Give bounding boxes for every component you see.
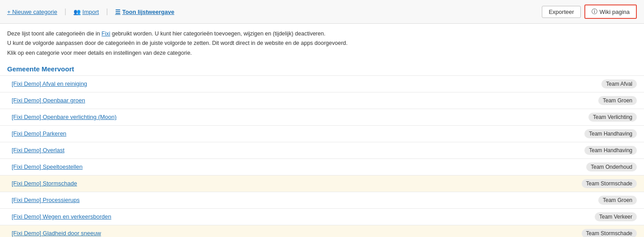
team-badge: Team Handhaving <box>584 146 637 155</box>
export-button[interactable]: Exporteer <box>542 6 580 18</box>
import-icon: 👥 <box>73 9 81 15</box>
row-left: [Fixi Demo] Afval en reiniging <box>7 80 87 88</box>
new-category-link[interactable]: + Nieuwe categorie <box>7 9 57 15</box>
list-icon: ☰ <box>115 9 121 15</box>
row-left: [Fixi Demo] Processierups <box>7 197 80 204</box>
import-link[interactable]: 👥 Import <box>73 9 99 15</box>
category-name[interactable]: [Fixi Demo] Wegen en verkeersborden <box>12 213 111 220</box>
category-name[interactable]: [Fixi Demo] Gladheid door sneeuw <box>12 230 101 237</box>
table-row[interactable]: [Fixi Demo] Gladheid door sneeuwTeam Sto… <box>0 225 644 237</box>
team-badge: Team Stormschade <box>582 229 637 237</box>
row-left: [Fixi Demo] Openbaar groen <box>7 97 85 104</box>
table-row[interactable]: [Fixi Demo] ParkerenTeam Handhaving <box>0 125 644 142</box>
info-line-2: U kunt de volgorde aanpassen door de cat… <box>7 39 637 48</box>
fixi-link[interactable]: Fixi <box>102 31 110 37</box>
team-badge: Team Groen <box>598 196 637 205</box>
top-bar: + Nieuwe categorie | 👥 Import | ☰ Toon l… <box>0 0 644 24</box>
table-row[interactable]: [Fixi Demo] Openbare verlichting (Moon)T… <box>0 109 644 125</box>
team-badge: Team Onderhoud <box>586 162 637 171</box>
table-row[interactable]: [Fixi Demo] ProcessierupsTeam Groen <box>0 192 644 208</box>
table-row[interactable]: [Fixi Demo] Openbaar groenTeam Groen <box>0 92 644 109</box>
info-block: Deze lijst toont alle categorieën die in… <box>0 24 644 61</box>
category-name[interactable]: [Fixi Demo] Stormschade <box>12 180 77 187</box>
team-badge: Team Verkeer <box>595 212 637 221</box>
table-row[interactable]: [Fixi Demo] SpeeltoestellenTeam Onderhou… <box>0 158 644 175</box>
info-line-3: Klik op een categorie voor meer details … <box>7 48 637 58</box>
category-name[interactable]: [Fixi Demo] Overlast <box>12 147 65 154</box>
row-left: [Fixi Demo] Wegen en verkeersborden <box>7 213 111 220</box>
team-badge: Team Stormschade <box>582 179 637 188</box>
category-name[interactable]: [Fixi Demo] Parkeren <box>12 130 66 137</box>
team-badge: Team Verlichting <box>588 113 637 122</box>
row-left: [Fixi Demo] Speeltoestellen <box>7 163 82 171</box>
team-badge: Team Afval <box>601 79 637 88</box>
table-row[interactable]: [Fixi Demo] Wegen en verkeersbordenTeam … <box>0 208 644 225</box>
show-list-link[interactable]: ☰ Toon lijstweergave <box>115 9 174 15</box>
row-left: [Fixi Demo] Stormschade <box>7 180 77 187</box>
category-name[interactable]: [Fixi Demo] Processierups <box>12 197 80 203</box>
table-row[interactable]: [Fixi Demo] OverlastTeam Handhaving <box>0 142 644 158</box>
wiki-button[interactable]: ⓘ Wiki pagina <box>584 4 637 19</box>
table-row[interactable]: [Fixi Demo] StormschadeTeam Stormschade <box>0 175 644 192</box>
top-bar-right: Exporteer ⓘ Wiki pagina <box>542 4 637 19</box>
category-name[interactable]: [Fixi Demo] Openbaar groen <box>12 97 85 104</box>
row-left: [Fixi Demo] Overlast <box>7 147 65 154</box>
category-name[interactable]: [Fixi Demo] Speeltoestellen <box>12 163 82 170</box>
team-badge: Team Groen <box>598 96 637 105</box>
row-left: [Fixi Demo] Gladheid door sneeuw <box>7 230 101 237</box>
category-name[interactable]: [Fixi Demo] Afval en reiniging <box>12 80 87 87</box>
row-left: [Fixi Demo] Parkeren <box>7 130 66 137</box>
row-left: [Fixi Demo] Openbare verlichting (Moon) <box>7 114 117 121</box>
section-title: Gemeente Meervoort <box>0 61 644 75</box>
info-circle-icon: ⓘ <box>592 8 597 16</box>
top-bar-left: + Nieuwe categorie | 👥 Import | ☰ Toon l… <box>7 8 174 16</box>
info-line-1: Deze lijst toont alle categorieën die in… <box>7 29 637 39</box>
separator-2: | <box>106 8 108 16</box>
separator-1: | <box>65 8 66 16</box>
category-list: [Fixi Demo] Afval en reinigingTeam Afval… <box>0 75 644 237</box>
table-row[interactable]: [Fixi Demo] Afval en reinigingTeam Afval <box>0 75 644 92</box>
category-name[interactable]: [Fixi Demo] Openbare verlichting (Moon) <box>12 114 117 120</box>
team-badge: Team Handhaving <box>584 129 637 138</box>
